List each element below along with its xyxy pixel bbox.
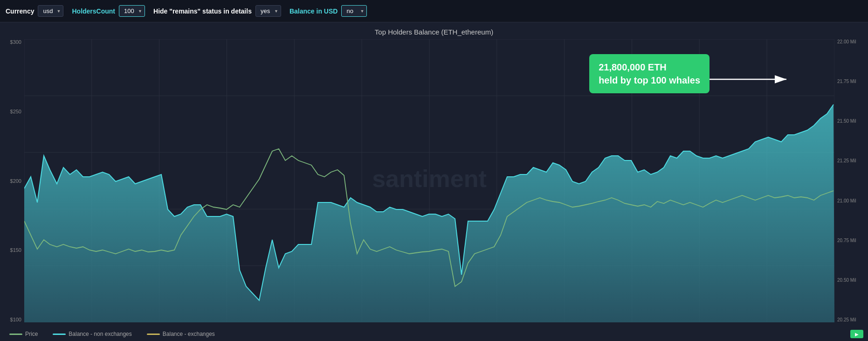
balance-usd-select-wrap[interactable]: yes no [341,5,367,17]
y-right-2150: 21.50 Mil [837,118,856,124]
toolbar: Currency usd btc eth HoldersCount 10 50 … [0,0,868,22]
svg-text:santiment: santiment [372,165,487,192]
y-right-2100: 21.00 Mil [837,198,856,203]
legend-balance-exchanges: Balance - exchanges [147,331,215,337]
y-axis-right: 22.00 Mil 21.75 Mil 21.50 Mil 21.25 Mil … [834,39,868,322]
y-left-100: $100 [10,317,21,322]
tooltip-arrow [710,70,793,89]
hide-remains-select-wrap[interactable]: yes no [255,5,281,17]
y-right-2025: 20.25 Mil [837,317,856,322]
legend-balance-non-exchanges: Balance - non exchanges [53,331,131,337]
y-right-2125: 21.25 Mil [837,158,856,163]
holders-count-select-wrap[interactable]: 10 50 100 500 [119,5,145,17]
hide-remains-select[interactable]: yes no [255,5,281,17]
hide-remains-label: Hide "remains" status in details [153,7,252,15]
y-left-200: $200 [10,178,21,184]
legend-exchanges-label: Balance - exchanges [163,331,215,337]
balance-usd-select[interactable]: yes no [341,5,367,17]
hide-remains-group: Hide "remains" status in details yes no [153,5,281,17]
holders-count-select[interactable]: 10 50 100 500 [119,5,145,17]
y-right-2050: 20.50 Mil [837,278,856,283]
y-left-250: $250 [10,109,21,114]
scroll-icon: ▶ [855,332,859,337]
currency-label: Currency [6,7,34,15]
currency-select[interactable]: usd btc eth [38,5,63,17]
legend-non-exchanges-color [53,334,66,335]
tooltip-line1: 21,800,000 ETH [599,61,700,74]
scroll-button[interactable]: ▶ [850,330,863,338]
y-left-150: $150 [10,247,21,253]
legend-exchanges-color [147,334,160,335]
chart-container: Top Holders Balance (ETH_ethereum) 21,80… [0,22,868,341]
y-right-2075: 20.75 Mil [837,238,856,243]
balance-usd-label: Balance in USD [289,7,338,15]
y-right-2200: 22.00 Mil [837,39,856,44]
currency-group: Currency usd btc eth [6,5,63,17]
y-left-300: $300 [10,39,21,45]
holders-count-label: HoldersCount [72,7,115,15]
holders-count-group: HoldersCount 10 50 100 500 [72,5,145,17]
chart-title: Top Holders Balance (ETH_ethereum) [0,22,868,38]
legend-non-exchanges-label: Balance - non exchanges [69,331,131,337]
y-right-2175: 21.75 Mil [837,79,856,84]
y-axis-left: $300 $250 $200 $150 $100 [0,39,23,322]
legend-price: Price [9,331,38,337]
balance-usd-group: Balance in USD yes no [289,5,367,17]
legend-price-label: Price [25,331,38,337]
legend: Price Balance - non exchanges Balance - … [9,331,215,337]
currency-select-wrap[interactable]: usd btc eth [38,5,63,17]
tooltip-line2: held by top 100 whales [599,74,700,87]
tooltip-box: 21,800,000 ETH held by top 100 whales [589,54,710,93]
legend-price-color [9,334,22,335]
